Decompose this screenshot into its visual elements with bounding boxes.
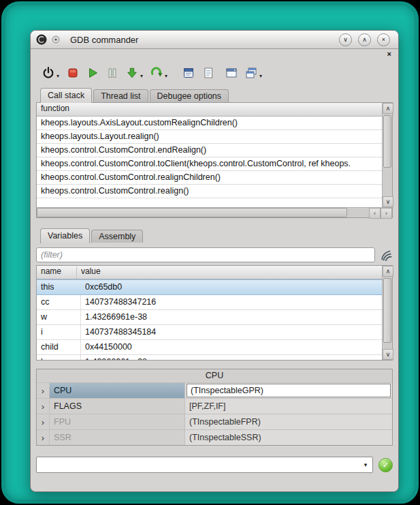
callstack-row[interactable]: kheops.layouts.AxisLayout.customRealignC… [37,117,382,130]
callstack-row[interactable]: kheops.control.CustomControl.realignChil… [37,171,382,185]
cpu-inspector-panel: CPU › CPU (TInspectableGPR) › FLAGS [PF,… [36,369,393,446]
window-controls: ∨ ∧ × [339,33,390,46]
expander-icon[interactable]: › [37,399,50,414]
variables-row[interactable]: b 1.43266961e-38 [37,355,382,360]
top-tabstrip: Call stack Thread list Debugee options [31,86,398,102]
cpu-row-name-disabled[interactable]: SSR [50,430,185,445]
tab-thread-list[interactable]: Thread list [93,89,148,102]
callstack-row[interactable]: kheops.control.CustomControl.realign() [37,185,382,198]
cpu-panel-title: CPU [37,369,392,382]
desktop-background: GDB commander ∨ ∧ × × ▾ [1,1,419,504]
dock-header: × [31,49,398,60]
variables-row[interactable]: child 0x44150000 [37,340,382,355]
variables-row[interactable]: i 140737488345184 [37,325,382,340]
cpu-row-value: (TInspectableSSR) [185,430,392,445]
call-stack-table: function kheops.layouts.AxisLayout.custo… [37,103,382,207]
scrollbar-thumb[interactable] [383,278,391,343]
minimize-button[interactable]: ∨ [339,33,352,46]
scrollbar-thumb[interactable] [383,115,391,168]
cpu-row-value: (TInspectableFPR) [185,414,392,429]
output-log-button[interactable] [200,65,216,81]
scrollbar-track[interactable] [383,114,392,196]
debug-toolbar: ▾ ▾ ▾ [31,60,398,86]
call-stack-panel: function kheops.layouts.AxisLayout.custo… [36,102,393,218]
value-column-header: value [77,266,101,279]
titlebar[interactable]: GDB commander ∨ ∧ × [31,31,398,49]
pause-button[interactable] [104,65,120,81]
app-icon[interactable] [36,34,47,45]
gdb-command-input[interactable] [37,459,359,471]
scrollbar-thumb[interactable] [37,208,347,217]
variables-header: name value [37,266,382,279]
window-menu-icon[interactable] [52,35,60,44]
scroll-down-icon[interactable]: ∨ [383,349,393,360]
variable-name: w [37,310,81,324]
tab-debugee-options[interactable]: Debugee options [150,89,229,102]
variable-name: i [37,325,81,339]
run-button[interactable] [84,65,101,81]
gdb-console-button[interactable] [180,65,197,81]
window-title: GDB commander [70,35,138,45]
filter-options-icon[interactable] [379,248,393,262]
send-command-button[interactable]: ✓ [378,458,393,472]
middle-tabstrip: Variables Assembly [31,226,398,243]
name-column-header: name [41,266,77,279]
cpu-row-value: [PF,ZF,IF] [185,399,392,414]
callstack-row[interactable]: kheops.control.CustomControl.endRealign(… [37,144,382,157]
variables-row-selected[interactable]: this 0xc65db0 [37,279,382,295]
cpu-row-value-cell: (TInspectableGPR) [185,383,392,398]
power-button[interactable] [40,65,56,81]
tab-call-stack[interactable]: Call stack [40,88,92,103]
windows-menu-caret[interactable]: ▾ [259,73,262,79]
cpu-value-field[interactable]: (TInspectableGPR) [187,384,391,397]
variable-name: b [37,355,81,360]
scroll-right-icon[interactable]: › [381,208,392,219]
step-button[interactable] [124,65,140,81]
call-stack-column-header: function [37,103,382,117]
continue-button[interactable] [148,65,165,81]
target-window-button[interactable] [223,65,240,81]
scroll-up-icon[interactable]: ∧ [383,266,393,277]
scroll-up-icon[interactable]: ∧ [383,103,393,114]
maximize-button[interactable]: ∧ [358,33,371,46]
cpu-row[interactable]: › FPU (TInspectableFPR) [37,414,392,429]
windows-menu-button[interactable] [243,65,259,81]
tab-assembly[interactable]: Assembly [91,230,143,243]
callstack-horizontal-scrollbar[interactable]: ‹ › [37,207,392,217]
continue-options-caret[interactable]: ▾ [165,73,167,79]
scrollbar-track[interactable] [37,208,369,217]
close-button[interactable]: × [377,33,390,46]
combobox-dropdown-icon[interactable]: ▾ [359,457,372,472]
scroll-left-icon[interactable]: ‹ [369,208,381,219]
callstack-row[interactable]: kheops.layouts.Layout.realign() [37,130,382,144]
expander-icon[interactable]: › [37,414,50,429]
cpu-row[interactable]: › CPU (TInspectableGPR) [37,382,392,398]
variables-row[interactable]: w 1.43266961e-38 [37,310,382,325]
cpu-row-name[interactable]: FLAGS [50,399,185,414]
variable-name: this [37,280,81,294]
cpu-row[interactable]: › FLAGS [PF,ZF,IF] [37,398,392,414]
expander-icon[interactable]: › [37,430,50,445]
stop-button[interactable] [65,65,81,81]
cpu-row-name-disabled[interactable]: FPU [50,414,185,429]
filter-row [36,247,393,262]
step-options-caret[interactable]: ▾ [140,73,143,79]
tab-variables[interactable]: Variables [40,228,90,243]
callstack-row[interactable]: kheops.control.CustomControl.toClient(kh… [37,157,382,171]
expander-icon[interactable]: › [37,383,50,398]
gdb-command-combobox[interactable]: ▾ [36,457,373,473]
variables-row[interactable]: cc 140737488347216 [37,295,382,310]
dock-close-icon[interactable]: × [387,50,391,58]
callstack-vertical-scrollbar[interactable]: ∧ ∨ [382,103,392,207]
table-empty-area [37,198,382,207]
variable-value: 1.43266961e-38 [81,355,382,360]
variable-value: 0x44150000 [81,340,382,354]
scroll-down-icon[interactable]: ∨ [383,196,393,207]
power-options-caret[interactable]: ▾ [56,73,59,79]
cpu-row[interactable]: › SSR (TInspectableSSR) [37,429,392,445]
variables-panel: name value this 0xc65db0 cc 140737488347… [36,265,393,361]
scrollbar-track[interactable] [383,277,392,349]
cpu-row-name-selected[interactable]: CPU [50,383,185,398]
variables-vertical-scrollbar[interactable]: ∧ ∨ [382,266,392,360]
filter-input[interactable] [36,247,375,262]
